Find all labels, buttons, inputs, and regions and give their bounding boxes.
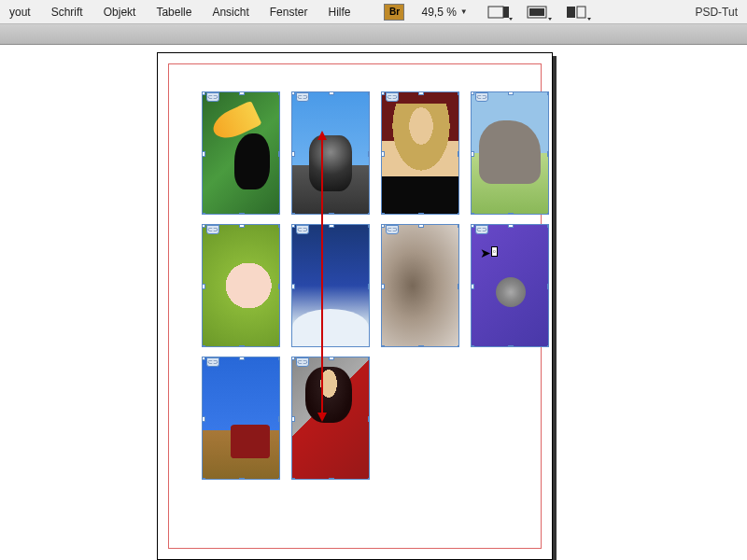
bridge-icon[interactable]: Br [384,4,404,21]
selection-handle[interactable] [278,416,280,422]
selection-handle[interactable] [291,91,295,95]
view-mode-preview-icon[interactable] [524,3,554,21]
image-frame-woman[interactable]: ⊂⊃ [381,91,459,215]
selection-handle[interactable] [547,224,549,228]
selection-handle[interactable] [278,91,280,95]
selection-handle[interactable] [329,345,334,347]
selection-handle[interactable] [381,224,385,228]
image-frame-winter[interactable]: ⊂⊃ [291,224,370,347]
menu-schrift[interactable]: Schrift [46,3,89,21]
selection-handle[interactable] [239,91,245,95]
selection-handle[interactable] [329,357,334,360]
selection-handle[interactable] [458,224,459,228]
selection-handle[interactable] [239,224,245,228]
selection-handle[interactable] [471,284,474,289]
selection-handle[interactable] [202,224,205,228]
selection-handle[interactable] [547,213,549,215]
image-frame-baby[interactable]: ⊂⊃ [202,224,280,347]
menu-ansicht[interactable]: Ansicht [206,3,254,21]
selection-handle[interactable] [239,345,245,347]
menu-tabelle[interactable]: Tabelle [150,3,197,21]
selection-handle[interactable] [471,213,474,215]
selection-handle[interactable] [368,151,370,157]
selection-handle[interactable] [547,91,549,95]
selection-handle[interactable] [418,224,424,228]
selection-handle[interactable] [291,478,295,480]
menu-objekt[interactable]: Objekt [98,3,142,21]
selection-handle[interactable] [202,345,205,347]
selection-handle[interactable] [508,213,514,215]
menu-hilfe[interactable]: Hilfe [322,3,356,21]
document-canvas[interactable]: ⊂⊃⊂⊃⊂⊃⊂⊃⊂⊃⊂⊃⊂⊃⊂⊃⊂⊃⊂⊃ ➤▫ [0,45,747,560]
selection-handle[interactable] [458,345,459,347]
selection-handle[interactable] [278,213,280,215]
selection-handle[interactable] [471,224,474,228]
selection-handle[interactable] [202,284,205,289]
view-mode-bleed-icon[interactable] [563,3,593,21]
selection-handle[interactable] [381,284,385,289]
selection-handle[interactable] [291,416,295,422]
selection-handle[interactable] [381,213,385,215]
selection-handle[interactable] [471,91,474,95]
selection-handle[interactable] [458,151,459,157]
selection-handle[interactable] [278,478,280,480]
workspace-label[interactable]: PSD-Tut [695,6,743,19]
selection-handle[interactable] [291,213,295,215]
selection-handle[interactable] [278,151,280,157]
image-frame-toucan[interactable]: ⊂⊃ [202,91,280,215]
selection-handle[interactable] [368,357,370,360]
selection-handle[interactable] [239,213,245,215]
selection-handle[interactable] [381,151,385,157]
image-frame-tractor[interactable]: ⊂⊃ [202,357,280,480]
selection-handle[interactable] [368,478,370,480]
selection-handle[interactable] [329,91,334,95]
selection-handle[interactable] [418,345,424,347]
selection-handle[interactable] [418,91,424,95]
selection-handle[interactable] [202,478,205,480]
selection-handle[interactable] [278,357,280,360]
selection-handle[interactable] [368,213,370,215]
selection-handle[interactable] [368,224,370,228]
image-frame-elephant[interactable]: ⊂⊃ [471,91,549,215]
selection-handle[interactable] [418,213,424,215]
menu-layout[interactable]: yout [4,3,36,21]
selection-handle[interactable] [291,357,295,360]
selection-handle[interactable] [291,345,295,347]
selection-handle[interactable] [508,224,514,228]
selection-handle[interactable] [329,213,334,215]
selection-handle[interactable] [458,284,459,289]
selection-handle[interactable] [368,91,370,95]
image-frame-car[interactable]: ⊂⊃ [291,357,370,480]
selection-handle[interactable] [202,91,205,95]
selection-handle[interactable] [202,213,205,215]
selection-handle[interactable] [278,284,280,289]
selection-handle[interactable] [329,478,334,480]
selection-handle[interactable] [202,151,205,157]
zoom-dropdown[interactable]: 49,5 % ▼ [414,6,474,19]
selection-handle[interactable] [291,151,295,157]
selection-handle[interactable] [547,151,549,157]
selection-handle[interactable] [381,91,385,95]
selection-handle[interactable] [458,91,459,95]
view-mode-normal-icon[interactable] [485,3,514,21]
selection-handle[interactable] [458,213,459,215]
selection-handle[interactable] [547,345,549,347]
image-frame-motorcycle[interactable]: ⊂⊃ [291,91,370,215]
selection-handle[interactable] [547,284,549,289]
selection-handle[interactable] [471,151,474,157]
selection-handle[interactable] [239,357,245,360]
selection-handle[interactable] [368,416,370,422]
selection-handle[interactable] [239,478,245,480]
selection-handle[interactable] [329,224,334,228]
menu-fenster[interactable]: Fenster [264,3,314,21]
selection-handle[interactable] [508,91,514,95]
selection-handle[interactable] [291,224,295,228]
selection-handle[interactable] [508,345,514,347]
selection-handle[interactable] [368,345,370,347]
selection-handle[interactable] [368,284,370,289]
selection-handle[interactable] [202,416,205,422]
image-frame-animal[interactable]: ⊂⊃ [381,224,459,347]
selection-handle[interactable] [202,357,205,360]
selection-handle[interactable] [278,345,280,347]
selection-handle[interactable] [291,284,295,289]
